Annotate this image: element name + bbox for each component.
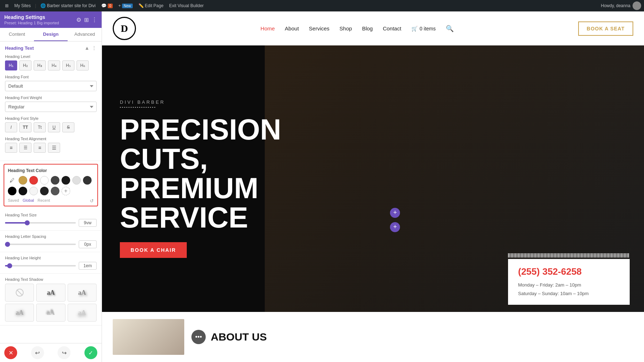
heading-line-height-thumb[interactable] bbox=[7, 263, 12, 268]
global-tab[interactable]: Global bbox=[23, 198, 34, 204]
wp-logo-item[interactable]: ⊞ bbox=[3, 0, 11, 11]
swatch-darkgray2[interactable] bbox=[51, 187, 59, 195]
recent-tab[interactable]: Recent bbox=[38, 198, 50, 204]
nav-cart[interactable]: 🛒 0 items bbox=[411, 26, 436, 31]
new-item[interactable]: + New bbox=[116, 0, 135, 11]
add-module-btn-1[interactable]: + bbox=[390, 208, 400, 218]
heading-font-weight-select[interactable]: Regular bbox=[5, 102, 97, 112]
color-reset-btn[interactable]: ↺ bbox=[90, 198, 94, 204]
align-left-btn[interactable]: ≡ bbox=[5, 143, 17, 153]
heading-h5-btn[interactable]: H₅ bbox=[62, 60, 74, 70]
strikethrough-btn[interactable]: S bbox=[62, 122, 74, 132]
site-logo[interactable]: D bbox=[113, 17, 136, 40]
saved-tab[interactable]: Saved bbox=[8, 198, 19, 204]
swatch-black1[interactable] bbox=[62, 176, 70, 185]
about-heading: ABOUT US bbox=[211, 331, 267, 343]
swatch-tan[interactable] bbox=[19, 176, 27, 185]
heading-font-field: Heading Font Default bbox=[5, 75, 97, 91]
section-chevron-up[interactable]: ▲ bbox=[84, 45, 89, 51]
book-seat-button[interactable]: BOOK A SEAT bbox=[578, 21, 633, 36]
columns-icon[interactable]: ⊞ bbox=[84, 16, 89, 23]
heading-line-height-section: Heading Line Height 1em bbox=[0, 252, 102, 274]
left-panel: Heading Settings Preset: Heading 1 Big i… bbox=[0, 11, 102, 362]
heading-letter-spacing-input[interactable]: 0px bbox=[79, 240, 97, 248]
heading-font-select[interactable]: Default bbox=[5, 81, 97, 91]
nav-contact[interactable]: Contact bbox=[383, 25, 401, 31]
site-name-label: Barber starter site for Divi bbox=[47, 3, 96, 8]
swatch-darkblack[interactable] bbox=[40, 187, 49, 195]
tab-design[interactable]: Design bbox=[34, 28, 68, 41]
avatar bbox=[633, 1, 641, 10]
heading-line-height-input[interactable]: 1em bbox=[79, 262, 97, 270]
swatch-red[interactable] bbox=[29, 176, 38, 185]
shadow-style-1[interactable]: aA bbox=[36, 284, 65, 302]
nav-shop[interactable]: Shop bbox=[340, 25, 352, 31]
shadow-none[interactable] bbox=[5, 284, 34, 302]
swatch-white[interactable] bbox=[40, 176, 49, 185]
swatch-black2[interactable] bbox=[8, 187, 16, 195]
heading-h4-btn[interactable]: H₄ bbox=[48, 60, 60, 70]
heading-line-height-label: Heading Line Height bbox=[5, 256, 97, 260]
redo-button[interactable]: ↪ bbox=[58, 346, 70, 359]
my-sites-item[interactable]: My Sites bbox=[12, 0, 33, 11]
title-case-btn[interactable]: Tt bbox=[34, 122, 46, 132]
panel-header-icons: ⚙ ⊞ ⋮ bbox=[76, 16, 97, 23]
section-ellipsis[interactable]: ⋮ bbox=[92, 45, 97, 51]
search-icon[interactable]: 🔍 bbox=[446, 25, 454, 33]
edit-page-item[interactable]: ✏️ Edit Page bbox=[136, 0, 166, 11]
underline-btn[interactable]: U bbox=[48, 122, 60, 132]
heading-text-size-track[interactable] bbox=[5, 222, 76, 224]
heading-h6-btn[interactable]: H₆ bbox=[77, 60, 89, 70]
cancel-button[interactable]: ✕ bbox=[4, 346, 17, 359]
edit-page-label: Edit Page bbox=[145, 3, 164, 8]
align-right-btn[interactable]: ≡ bbox=[34, 143, 46, 153]
add-module-btn-2[interactable]: + bbox=[390, 222, 400, 232]
add-color-btn[interactable]: + bbox=[62, 187, 70, 195]
align-center-btn[interactable]: ☰ bbox=[19, 143, 31, 153]
ellipsis-icon[interactable]: ⋮ bbox=[92, 16, 97, 23]
tab-advanced[interactable]: Advanced bbox=[68, 28, 102, 41]
heading-letter-spacing-track[interactable] bbox=[5, 244, 76, 245]
heading-h3-btn[interactable]: H₃ bbox=[34, 60, 46, 70]
save-button[interactable]: ✓ bbox=[84, 346, 97, 359]
swatch-darkgray[interactable] bbox=[51, 176, 59, 185]
site-nav: D Home About Services Shop Blog Contact … bbox=[102, 11, 644, 45]
about-thumb-img bbox=[113, 319, 184, 355]
tab-content[interactable]: Content bbox=[0, 28, 34, 41]
barcode-bar bbox=[508, 253, 630, 258]
exit-builder-item[interactable]: Exit Visual Builder bbox=[167, 0, 206, 11]
nav-about[interactable]: About bbox=[285, 25, 299, 31]
book-chair-button[interactable]: BOOK A CHAIR bbox=[120, 242, 187, 258]
swatch-charcoal[interactable] bbox=[83, 176, 92, 185]
italic-btn[interactable]: I bbox=[5, 122, 17, 132]
color-picker-icon[interactable]: 🖊 bbox=[8, 176, 16, 185]
settings-icon[interactable]: ⚙ bbox=[76, 16, 81, 23]
my-sites-label: My Sites bbox=[14, 3, 31, 8]
nav-blog[interactable]: Blog bbox=[362, 25, 373, 31]
shadow-style-5[interactable]: aA bbox=[68, 304, 97, 322]
separator: | bbox=[35, 3, 36, 8]
swatch-lightgray[interactable] bbox=[72, 176, 81, 185]
comments-item[interactable]: 💬 0 bbox=[99, 0, 115, 11]
nav-home[interactable]: Home bbox=[260, 25, 275, 31]
heading-line-height-track[interactable] bbox=[5, 265, 76, 266]
bottom-toolbar: ✕ ↩ ↪ ✓ bbox=[0, 343, 102, 362]
site-name-item[interactable]: 🌐 Barber starter site for Divi bbox=[38, 0, 98, 11]
undo-button[interactable]: ↩ bbox=[31, 346, 44, 359]
color-tabs: Saved Global Recent ↺ bbox=[8, 198, 94, 204]
heading-h1-btn[interactable]: H₁ bbox=[5, 60, 17, 70]
heading-text-size-thumb[interactable] bbox=[25, 220, 30, 225]
align-justify-btn[interactable]: ☰ bbox=[48, 143, 60, 153]
shadow-style-4[interactable]: aA bbox=[36, 304, 65, 322]
shadow-style-2[interactable]: aA bbox=[68, 284, 97, 302]
bold-tt-btn[interactable]: TT bbox=[19, 122, 31, 132]
heading-text-size-input[interactable]: 9vw bbox=[79, 219, 97, 227]
swatch-offwhite[interactable] bbox=[29, 187, 38, 195]
nav-services[interactable]: Services bbox=[309, 25, 330, 31]
swatch-black3[interactable] bbox=[19, 187, 27, 195]
heading-letter-spacing-thumb[interactable] bbox=[5, 242, 10, 247]
section-header-icons: ▲ ⋮ bbox=[84, 45, 97, 51]
heading-alignment-label: Heading Text Alignment bbox=[5, 137, 97, 141]
shadow-style-3[interactable]: aA bbox=[5, 304, 34, 322]
heading-h2-btn[interactable]: H₂ bbox=[19, 60, 31, 70]
